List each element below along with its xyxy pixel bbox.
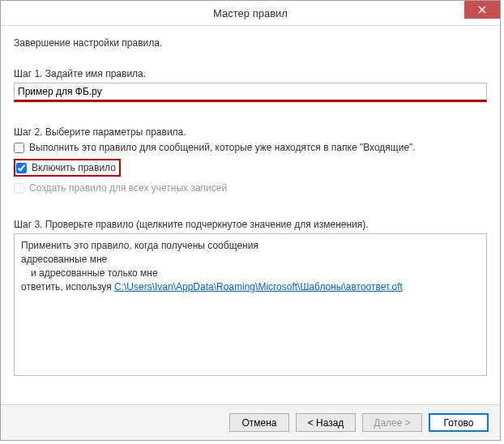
dialog-body: Завершение настройки правила. Шаг 1. Зад… <box>1 26 500 404</box>
option-enable-label: Включить правило <box>32 161 116 174</box>
rule-name-field-wrap <box>14 83 487 102</box>
step2-block: Шаг 2. Выберите параметры правила. Выпол… <box>14 126 487 194</box>
option-all-accounts-checkbox <box>14 183 24 194</box>
button-row: Отмена < Назад Далее > Готово <box>1 404 500 440</box>
window-title: Мастер правил <box>1 7 500 19</box>
cancel-button[interactable]: Отмена <box>229 413 289 432</box>
option-run-now-label: Выполнить это правило для сообщений, кот… <box>29 141 416 154</box>
option-run-now-checkbox[interactable] <box>14 143 24 153</box>
step3-label: Шаг 3. Проверьте правило (щелкните подче… <box>14 219 487 230</box>
desc-line-3: и адресованные только мне <box>21 267 480 280</box>
desc-line-4: ответить, используя C:\Users\Ivan\AppDat… <box>21 280 480 294</box>
option-enable-highlight: Включить правило <box>14 159 121 177</box>
option-all-accounts: Создать правило для всех учетных записей <box>14 181 487 194</box>
rule-description-box: Применить это правило, когда получены со… <box>14 233 487 376</box>
desc-line-4-prefix: ответить, используя <box>21 281 114 292</box>
rules-wizard-window: Мастер правил Завершение настройки прави… <box>0 0 501 441</box>
next-button: Далее > <box>362 413 422 432</box>
rule-name-input[interactable] <box>15 84 486 99</box>
step2-label: Шаг 2. Выберите параметры правила. <box>14 126 487 138</box>
finish-button[interactable]: Готово <box>429 413 489 432</box>
option-all-accounts-label: Создать правило для всех учетных записей <box>29 181 227 194</box>
template-path-link[interactable]: C:\Users\Ivan\AppData\Roaming\Microsoft\… <box>114 281 403 292</box>
desc-line-2: адресованные мне <box>21 253 480 267</box>
titlebar: Мастер правил <box>1 1 500 26</box>
option-enable-checkbox[interactable] <box>16 163 27 173</box>
close-icon <box>478 6 486 14</box>
back-button[interactable]: < Назад <box>296 413 356 432</box>
option-enable-row: Включить правило <box>14 159 487 177</box>
desc-line-1: Применить это правило, когда получены со… <box>21 239 480 253</box>
close-button[interactable] <box>464 1 500 19</box>
intro-text: Завершение настройки правила. <box>14 37 487 49</box>
step1-label: Шаг 1. Задайте имя правила. <box>14 68 487 79</box>
option-run-now[interactable]: Выполнить это правило для сообщений, кот… <box>14 141 487 154</box>
